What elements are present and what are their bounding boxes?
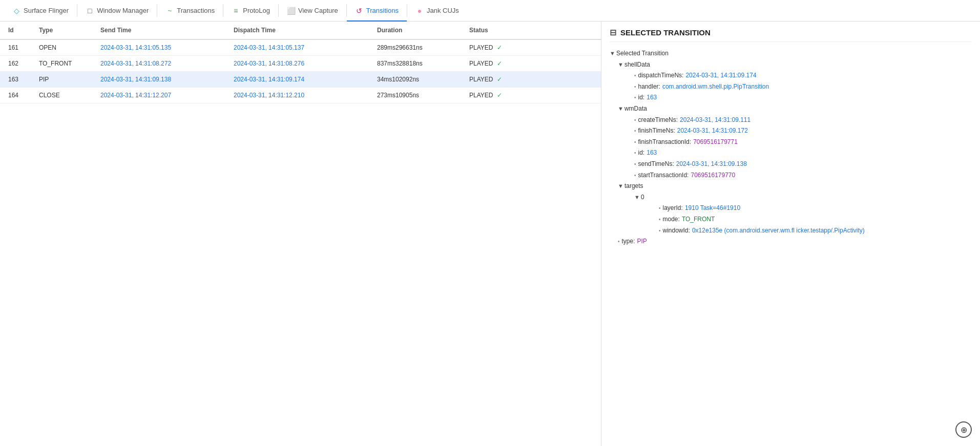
table-row[interactable]: 163PIP2024-03-31, 14:31:09.1382024-03-31… <box>0 72 601 88</box>
panel-header-icon: ⊟ <box>610 28 616 37</box>
cell-dispatch-time: 2024-03-31, 14:31:05.137 <box>225 39 369 56</box>
table-row[interactable]: 161OPEN2024-03-31, 14:31:05.1352024-03-3… <box>0 39 601 56</box>
col-header-status: Status <box>461 22 601 39</box>
handler-key: handler: <box>638 81 660 93</box>
check-icon: ✓ <box>495 44 502 51</box>
tab-transactions-label: Transactions <box>177 7 215 14</box>
window-id-val: 0x12e135e (com.android.server.wm.fl icke… <box>692 225 865 237</box>
tab-jank-cujs[interactable]: ● Jank CUJs <box>407 1 467 22</box>
tree-targets-row: ▼ targets <box>618 181 972 192</box>
window-id-key: windowId: <box>663 225 690 237</box>
shelldata-id-val: 163 <box>647 92 657 103</box>
cell-id: 163 <box>0 72 31 88</box>
top-navigation: ◇ Surface Flinger □ Window Manager ~ Tra… <box>0 0 980 22</box>
tree-wmdata-label: wmData <box>624 103 647 115</box>
tree-type-row: • type: PIP <box>610 236 972 247</box>
tab-transactions[interactable]: ~ Transactions <box>157 1 223 22</box>
check-icon: ✓ <box>495 60 502 67</box>
cell-duration: 34ms102092ns <box>369 72 461 88</box>
jank-cujs-icon: ● <box>415 7 424 15</box>
table-row[interactable]: 164CLOSE2024-03-31, 14:31:12.2072024-03-… <box>0 88 601 103</box>
transitions-table-area: Id Type Send Time Dispatch Time Duration… <box>0 22 601 446</box>
bullet-finish: • <box>634 126 636 136</box>
cell-dispatch-time: 2024-03-31, 14:31:09.174 <box>225 72 369 88</box>
tree-target-0-children: • layerId: 1910 Task=46#1910 • mode: TO_… <box>634 203 972 236</box>
layer-id-val: 1910 Task=46#1910 <box>685 203 740 214</box>
wmdata-id-key: id: <box>638 147 645 159</box>
tree-root-label: Selected Transition <box>616 48 669 59</box>
cell-type: PIP <box>31 72 92 88</box>
finish-txn-key: finishTransactionId: <box>638 137 692 148</box>
window-manager-icon: □ <box>86 7 94 15</box>
finish-time-key: finishTimeNs: <box>638 125 675 137</box>
tree-finish-time: • finishTimeNs: 2024-03-31, 14:31:09.172 <box>634 125 972 137</box>
col-header-duration: Duration <box>369 22 461 39</box>
tree-finish-txn-id: • finishTransactionId: 7069516179771 <box>634 137 972 148</box>
bullet-create: • <box>634 116 636 125</box>
tab-view-capture[interactable]: ⬜ View Capture <box>279 1 346 22</box>
cell-id: 164 <box>0 88 31 103</box>
tree-target-0-label: 0 <box>641 192 644 203</box>
cell-dispatch-time: 2024-03-31, 14:31:08.276 <box>225 56 369 72</box>
surface-flinger-icon: ◇ <box>12 7 20 15</box>
cell-dispatch-time: 2024-03-31, 14:31:12.210 <box>225 88 369 103</box>
tree-targets-children: ▼ 0 • layerId: 1910 Task=46#1910 • mode:… <box>618 192 972 236</box>
col-header-id: Id <box>0 22 31 39</box>
tab-surface-flinger[interactable]: ◇ Surface Flinger <box>4 1 77 22</box>
transactions-icon: ~ <box>165 7 174 15</box>
tab-transitions[interactable]: ↺ Transitions <box>347 1 407 22</box>
bullet-wmdata-id: • <box>634 148 636 158</box>
finish-time-val: 2024-03-31, 14:31:09.172 <box>677 125 748 137</box>
dispatch-time-key: dispatchTimeNs: <box>638 70 684 81</box>
tree-dispatch-time: • dispatchTimeNs: 2024-03-31, 14:31:09.1… <box>634 70 972 81</box>
settings-button[interactable]: ⊕ <box>955 421 972 438</box>
tree-view: ▼ Selected Transition ▼ shellData • disp… <box>610 48 972 247</box>
tab-window-manager-label: Window Manager <box>97 7 149 14</box>
dispatch-time-val: 2024-03-31, 14:31:09.174 <box>685 70 756 81</box>
tree-send-time: • sendTimeNs: 2024-03-31, 14:31:09.138 <box>634 159 972 170</box>
tree-window-id: • windowId: 0x12e135e (com.android.serve… <box>659 225 972 237</box>
tree-root-collapse[interactable]: ▼ <box>610 49 615 59</box>
tab-proto-log[interactable]: ≡ ProtoLog <box>223 1 278 22</box>
cell-send-time: 2024-03-31, 14:31:09.138 <box>92 72 225 88</box>
finish-txn-val: 7069516179771 <box>693 137 738 148</box>
panel-header: ⊟ SELECTED TRANSITION <box>610 28 972 42</box>
tree-mode: • mode: TO_FRONT <box>659 214 972 225</box>
start-txn-key: startTransactionId: <box>638 170 689 181</box>
transitions-icon: ↺ <box>355 7 363 15</box>
tree-targets-collapse[interactable]: ▼ <box>618 181 623 192</box>
col-header-dispatch-time: Dispatch Time <box>225 22 369 39</box>
tree-start-txn-id: • startTransactionId: 7069516179770 <box>634 170 972 181</box>
bullet-type: • <box>618 237 620 246</box>
create-time-val: 2024-03-31, 14:31:09.111 <box>680 115 750 126</box>
table-row[interactable]: 162TO_FRONT2024-03-31, 14:31:08.2722024-… <box>0 56 601 72</box>
panel-title: SELECTED TRANSITION <box>620 28 711 37</box>
transitions-table: Id Type Send Time Dispatch Time Duration… <box>0 22 601 103</box>
table-header-row: Id Type Send Time Dispatch Time Duration… <box>0 22 601 39</box>
proto-log-icon: ≡ <box>232 7 240 15</box>
bullet-start-txn: • <box>634 171 636 180</box>
tree-shelldata-children: • dispatchTimeNs: 2024-03-31, 14:31:09.1… <box>618 70 972 103</box>
tab-window-manager[interactable]: □ Window Manager <box>77 1 157 22</box>
tree-create-time: • createTimeNs: 2024-03-31, 14:31:09.111 <box>634 115 972 126</box>
tree-target-0-collapse[interactable]: ▼ <box>634 193 640 203</box>
right-panel: ⊟ SELECTED TRANSITION ▼ Selected Transit… <box>601 22 980 446</box>
tree-targets-group: ▼ targets ▼ 0 • layerId: 1910 Task=46#19… <box>610 181 972 236</box>
tree-shelldata-label: shellData <box>624 59 650 71</box>
cell-duration: 837ms328818ns <box>369 56 461 72</box>
bullet-shelldata-id: • <box>634 93 636 102</box>
tree-wmdata-group: ▼ wmData • createTimeNs: 2024-03-31, 14:… <box>610 103 972 181</box>
tree-wmdata-row: ▼ wmData <box>618 103 972 115</box>
bullet-layer: • <box>659 204 661 213</box>
tree-shelldata-collapse[interactable]: ▼ <box>618 60 623 70</box>
start-txn-val: 7069516179770 <box>691 170 735 181</box>
cell-status: PLAYED ✓ <box>461 88 601 103</box>
view-capture-icon: ⬜ <box>287 7 295 15</box>
main-layout: Id Type Send Time Dispatch Time Duration… <box>0 22 980 446</box>
cell-id: 161 <box>0 39 31 56</box>
check-icon: ✓ <box>495 76 502 83</box>
tree-wmdata-collapse[interactable]: ▼ <box>618 104 623 114</box>
cell-send-time: 2024-03-31, 14:31:08.272 <box>92 56 225 72</box>
col-header-type: Type <box>31 22 92 39</box>
bullet-mode: • <box>659 215 661 224</box>
